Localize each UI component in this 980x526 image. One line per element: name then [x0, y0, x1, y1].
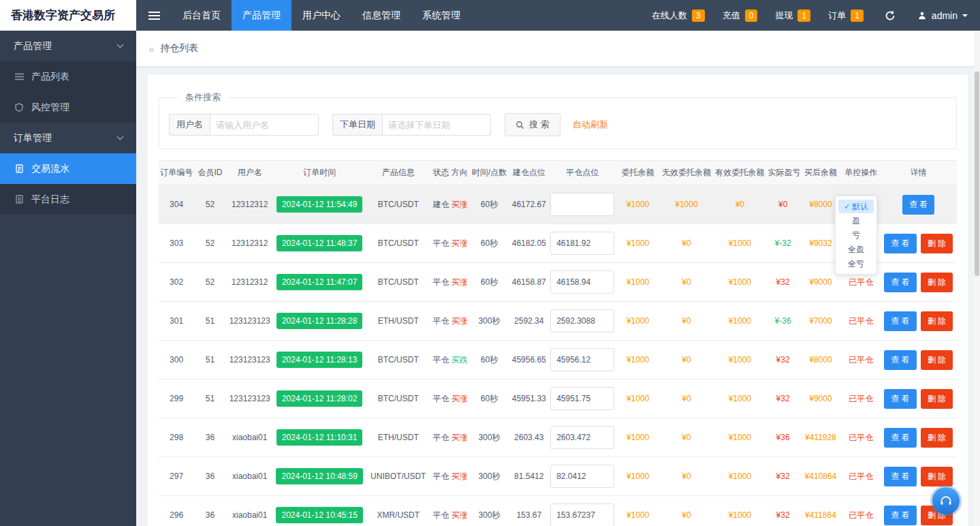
control-status: 已平仓 [849, 433, 873, 442]
stat-orders[interactable]: 订单 1 [819, 0, 872, 31]
sidebar-item-risk-management[interactable]: 风控管理 [0, 92, 136, 123]
view-button[interactable]: 查 看 [884, 467, 916, 486]
control-option[interactable]: 全亏 [838, 257, 874, 270]
order-time-button[interactable]: 2024-01-12 10:48:59 [276, 468, 362, 484]
invalid-entrust-amount: ¥0 [682, 355, 691, 365]
page-scrollbar[interactable] [974, 31, 980, 526]
control-option[interactable]: 亏 [838, 228, 874, 242]
sidebar-item-product-list[interactable]: 产品列表 [0, 61, 136, 92]
close-price-input[interactable] [550, 270, 614, 294]
column-header: 订单编号 [159, 161, 194, 185]
menu-toggle-icon[interactable] [136, 0, 172, 31]
nav-user-center[interactable]: 用户中心 [291, 0, 351, 31]
close-price-input[interactable] [550, 232, 614, 255]
sidebar-group-label: 订单管理 [14, 132, 52, 144]
view-button[interactable]: 查 看 [884, 389, 916, 409]
column-header: 订单时间 [274, 161, 366, 185]
column-header: 委托余额 [616, 161, 659, 185]
nav-product-management[interactable]: 产品管理 [232, 0, 291, 31]
list-icon [14, 73, 25, 80]
refresh-button[interactable] [872, 0, 908, 31]
after-balance: ¥411928 [805, 433, 836, 442]
close-price-input[interactable] [550, 387, 614, 410]
stat-online-users[interactable]: 在线人数 3 [643, 0, 714, 31]
close-price-input[interactable] [550, 426, 614, 449]
auto-refresh-link[interactable]: 自动刷新 [573, 119, 608, 131]
nav-system-management[interactable]: 系统管理 [411, 0, 471, 31]
order-time-button[interactable]: 2024-01-12 11:28:28 [276, 313, 363, 329]
order-time-button[interactable]: 2024-01-12 11:28:02 [276, 390, 363, 407]
valid-entrust-amount: ¥1000 [729, 277, 751, 287]
member-id: 51 [206, 355, 215, 365]
order-time-button[interactable]: 2024-01-12 11:48:37 [276, 235, 363, 251]
nav-info-management[interactable]: 信息管理 [351, 0, 411, 31]
customer-service-button[interactable] [932, 487, 960, 514]
view-button[interactable]: 查 看 [884, 234, 916, 253]
sidebar: 产品管理 产品列表 风控管理 订单管理 交易流水 平台日志 [0, 31, 136, 526]
direction-label: 买涨 [452, 433, 468, 442]
close-price-input[interactable] [550, 504, 614, 526]
direction-label: 买涨 [452, 277, 468, 287]
order-count-badge: 1 [851, 10, 864, 22]
control-status: 已平仓 [849, 510, 873, 520]
view-button[interactable]: 查 看 [884, 311, 916, 331]
valid-entrust-amount: ¥1000 [729, 316, 751, 326]
delete-button[interactable]: 删 除 [921, 273, 953, 292]
delete-button[interactable]: 删 除 [921, 467, 953, 486]
delete-button[interactable]: 删 除 [921, 428, 953, 448]
close-price-input[interactable] [550, 348, 614, 371]
row-username: 12312312 [232, 238, 268, 248]
close-price-input[interactable] [550, 193, 614, 216]
close-price-input[interactable] [550, 309, 614, 332]
scrollbar-thumb[interactable] [975, 72, 979, 276]
order-time-button[interactable]: 2024-01-12 11:54:49 [276, 196, 363, 213]
sidebar-group-order-management[interactable]: 订单管理 [0, 123, 136, 153]
search-button[interactable]: 搜 索 [505, 113, 560, 136]
sidebar-item-label: 交易流水 [31, 163, 69, 175]
control-option[interactable]: 盈 [838, 214, 874, 228]
entrust-amount: ¥1000 [627, 238, 649, 248]
close-price-input[interactable] [550, 465, 614, 488]
table-row: 29636xiaobai012024-01-12 10:45:15XMR/USD… [159, 496, 957, 526]
nav-dashboard[interactable]: 后台首页 [172, 0, 232, 31]
user-menu[interactable]: admin [908, 0, 980, 31]
stat-recharge[interactable]: 充值 0 [714, 0, 767, 31]
stat-withdraw[interactable]: 提现 1 [766, 0, 819, 31]
position-status: 平仓 [433, 355, 449, 365]
username-input[interactable] [210, 114, 319, 136]
column-header: 买后余额 [800, 161, 842, 185]
shield-icon [14, 103, 25, 112]
username-label: admin [932, 10, 958, 21]
invalid-entrust-amount: ¥0 [682, 433, 691, 442]
view-button[interactable]: 查 看 [884, 428, 916, 448]
sidebar-group-product-management[interactable]: 产品管理 [0, 31, 136, 61]
delete-button[interactable]: 删 除 [921, 350, 953, 370]
order-date-input[interactable] [382, 114, 491, 136]
view-button[interactable]: 查 看 [884, 273, 916, 292]
after-balance: ¥7000 [809, 316, 832, 326]
after-balance: ¥8000 [809, 200, 832, 209]
control-option[interactable]: 全盈 [838, 243, 874, 256]
control-option[interactable]: ✓默认 [838, 200, 874, 213]
view-button[interactable]: 查 看 [884, 506, 916, 525]
view-button[interactable]: 查 看 [902, 195, 934, 215]
control-status: 已平仓 [849, 355, 873, 365]
profit-amount: ¥32 [776, 355, 790, 365]
column-header: 状态 方向 [431, 161, 469, 185]
order-time-button[interactable]: 2024-01-12 10:45:15 [276, 507, 362, 523]
hamburger-icon [148, 11, 160, 20]
entrust-amount: ¥1000 [627, 355, 649, 365]
delete-button[interactable]: 删 除 [921, 311, 953, 331]
product-pair: BTC/USDT [378, 394, 419, 403]
order-time-button[interactable]: 2024-01-12 11:28:13 [276, 352, 363, 368]
delete-button[interactable]: 删 除 [921, 389, 953, 409]
sidebar-item-trade-flow[interactable]: 交易流水 [0, 153, 136, 184]
open-price: 46182.05 [512, 238, 546, 248]
order-time-button[interactable]: 2024-01-12 11:10:31 [276, 429, 363, 446]
chevron-down-icon [117, 134, 124, 140]
sidebar-item-platform-log[interactable]: 平台日志 [0, 184, 136, 215]
user-icon [917, 11, 927, 20]
order-time-button[interactable]: 2024-01-12 11:47:07 [276, 274, 363, 290]
view-button[interactable]: 查 看 [884, 350, 916, 370]
delete-button[interactable]: 删 除 [921, 234, 953, 253]
